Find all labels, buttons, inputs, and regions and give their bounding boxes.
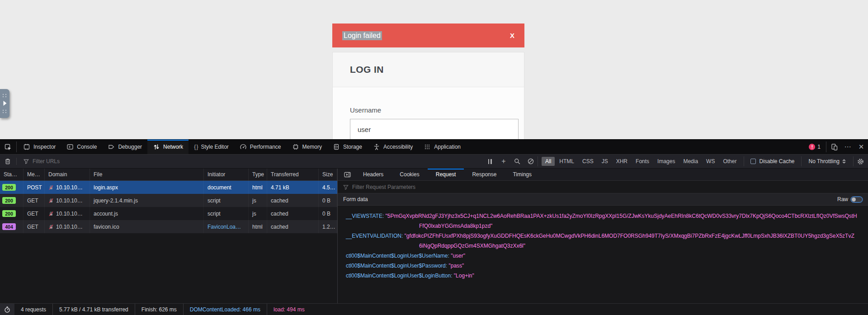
tab-debugger[interactable]: Debugger: [102, 140, 147, 154]
cell-status: 200: [0, 194, 24, 207]
insecure-lock-icon: [48, 198, 54, 203]
cell-type: js: [249, 194, 267, 207]
table-row-favicon[interactable]: 404 GET 10.10.10… favicon.ico FaviconLoa…: [0, 220, 337, 233]
detail-tab-headers[interactable]: Headers: [355, 169, 392, 180]
username-label: Username: [350, 106, 519, 114]
cell-initiator-link[interactable]: FaviconLoa…: [204, 220, 249, 233]
tab-style-editor[interactable]: { } Style Editor: [189, 140, 234, 154]
meatball-menu-button[interactable]: ⋯: [841, 140, 854, 154]
detail-tab-response[interactable]: Response: [464, 169, 505, 180]
type-filter-html[interactable]: HTML: [556, 157, 578, 166]
alert-close-button[interactable]: X: [510, 32, 514, 39]
column-method[interactable]: Me…: [24, 169, 45, 180]
username-input[interactable]: user: [350, 119, 519, 139]
screen-capture-handle[interactable]: [0, 89, 9, 118]
tab-network[interactable]: Network: [147, 140, 189, 154]
disable-cache-checkbox[interactable]: Disable Cache: [745, 158, 800, 165]
raw-toggle-switch[interactable]: [851, 197, 863, 202]
close-devtools-button[interactable]: ✕: [854, 140, 868, 154]
tab-console[interactable]: Console: [61, 140, 102, 154]
type-filter-other[interactable]: Other: [719, 157, 740, 166]
column-domain[interactable]: Domain: [45, 169, 90, 180]
error-count: 1: [817, 144, 821, 150]
type-filter-js[interactable]: JS: [598, 157, 612, 166]
filter-urls-input[interactable]: Filter URLs: [19, 158, 484, 165]
cell-method: POST: [24, 181, 45, 194]
detail-tab-timings[interactable]: Timings: [505, 169, 540, 180]
column-status[interactable]: Sta…: [0, 169, 24, 180]
cell-initiator: document: [204, 181, 249, 194]
cell-file: favicon.ico: [90, 220, 204, 233]
table-row-jquery[interactable]: 200 GET 10.10.10… jquery-2.1.4.min.js sc…: [0, 194, 337, 207]
funnel-icon: [23, 158, 29, 165]
detail-tab-cookies[interactable]: Cookies: [392, 169, 427, 180]
search-icon: [514, 158, 521, 165]
clear-requests-button[interactable]: [2, 156, 14, 167]
cell-file: login.aspx: [90, 181, 204, 194]
param-loginbutton[interactable]: ctl00$MainContent$LoginUser$LoginButton:…: [346, 271, 857, 281]
status-badge: 404: [2, 223, 16, 230]
type-filter-fonts[interactable]: Fonts: [632, 157, 653, 166]
table-row-account[interactable]: 200 GET 10.10.10… account.js script js c…: [0, 207, 337, 220]
filter-parameters-placeholder: Filter Request Parameters: [352, 184, 415, 190]
tab-inspector[interactable]: Inspector: [18, 140, 61, 154]
param-eventvalidation[interactable]: __EVENTVALIDATION: "gfdfokcPIZFhFUsxfPXh…: [346, 231, 857, 251]
table-header: Sta… Me… Domain File Initiator Type Tran…: [0, 169, 337, 181]
cell-method: GET: [24, 207, 45, 220]
search-button[interactable]: [511, 156, 523, 167]
cell-initiator: script: [204, 194, 249, 207]
pause-traffic-button[interactable]: [484, 156, 496, 167]
tab-memory[interactable]: Memory: [287, 140, 327, 154]
storage-icon: [333, 143, 340, 150]
throttling-select[interactable]: No Throttling: [802, 158, 852, 165]
gear-icon: [857, 158, 864, 165]
new-request-button[interactable]: +: [498, 156, 509, 167]
cell-transferred: cached: [267, 207, 319, 220]
block-request-button[interactable]: [525, 156, 537, 167]
column-size[interactable]: Size: [319, 169, 337, 180]
tab-label: Inspector: [33, 144, 56, 150]
detail-tab-request[interactable]: Request: [428, 169, 464, 180]
form-data-section-header: Form data Raw: [338, 193, 868, 206]
column-transferred[interactable]: Transferred: [267, 169, 319, 180]
column-initiator[interactable]: Initiator: [204, 169, 249, 180]
error-count-badge[interactable]: ! 1: [804, 140, 825, 154]
type-filter-group: All HTML CSS JS XHR Fonts Images Media W…: [542, 157, 740, 166]
form-data-label: Form data: [343, 196, 368, 202]
pick-element-button[interactable]: [0, 140, 15, 154]
finish-time: Finish: 626 ms: [135, 304, 183, 315]
filter-request-parameters-input[interactable]: Filter Request Parameters: [338, 181, 868, 193]
type-filter-images[interactable]: Images: [654, 157, 679, 166]
network-filter-bar: Filter URLs +: [0, 155, 868, 169]
network-settings-button[interactable]: [854, 156, 866, 167]
responsive-mode-button[interactable]: [827, 140, 841, 154]
cell-size: 4.5…: [319, 181, 337, 194]
raw-label: Raw: [837, 196, 848, 202]
tab-storage[interactable]: Storage: [327, 140, 368, 154]
tab-accessibility[interactable]: Accessibility: [368, 140, 418, 154]
column-file[interactable]: File: [90, 169, 204, 180]
domain-text: 10.10.10…: [56, 224, 83, 230]
type-filter-xhr[interactable]: XHR: [613, 157, 631, 166]
funnel-icon: [343, 184, 349, 190]
tab-label: Network: [163, 144, 183, 150]
request-detail-panel: Headers Cookies Request Response Timings…: [338, 169, 868, 303]
tab-performance[interactable]: Performance: [234, 140, 287, 154]
plus-icon: +: [501, 158, 505, 165]
table-row-login[interactable]: 200 POST 10.10.10… login.aspx document h…: [0, 181, 337, 194]
tab-application[interactable]: Application: [418, 140, 466, 154]
param-viewstate[interactable]: __VIEWSTATE: "5PmGqXvpbRNd2gFJ3Yjhz3x5CJ…: [346, 211, 857, 231]
split-panel-button[interactable]: [340, 169, 355, 180]
performance-icon: [240, 143, 247, 150]
type-filter-css[interactable]: CSS: [579, 157, 597, 166]
param-username[interactable]: ctl00$MainContent$LoginUser$UserName: "u…: [346, 251, 857, 261]
transferred-size: 5.77 kB / 4.71 kB transferred: [52, 304, 135, 315]
cell-domain: 10.10.10…: [45, 194, 90, 207]
column-type[interactable]: Type: [249, 169, 267, 180]
param-value: "5PmGqXvpbRNd2gFJ3Yjhz3x5CJ+q1NCL2w6AoRe…: [386, 213, 857, 229]
type-filter-ws[interactable]: WS: [703, 157, 718, 166]
param-password[interactable]: ctl00$MainContent$LoginUser$Password: "p…: [346, 261, 857, 271]
performance-analysis-button[interactable]: [0, 304, 14, 315]
type-filter-media[interactable]: Media: [679, 157, 702, 166]
type-filter-all[interactable]: All: [542, 157, 555, 166]
